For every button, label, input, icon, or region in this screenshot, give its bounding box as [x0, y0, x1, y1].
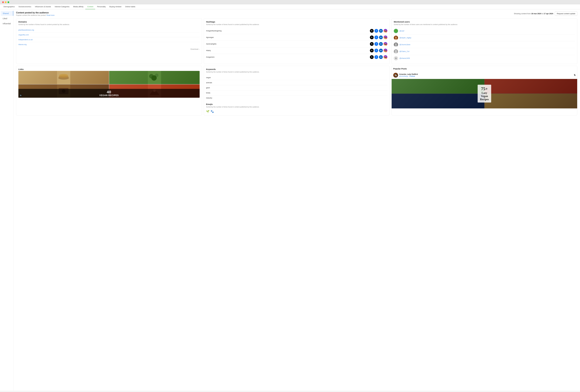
linkedin-icon[interactable]: in: [379, 35, 383, 39]
list-item: #govegan 𝕏 f in 📷: [206, 34, 387, 41]
post-image: 75+ Lazy Vegan Recipes: [392, 79, 577, 108]
linkedin-icon[interactable]: in: [379, 49, 383, 52]
sidebar-item-shared[interactable]: Shared: [1, 11, 13, 16]
x-icon[interactable]: 𝕏: [370, 29, 374, 33]
list-item: animals: [206, 80, 387, 85]
tab-online[interactable]: Online habits: [123, 4, 137, 9]
hashtag-text: #dairy: [206, 49, 211, 51]
tab-interest[interactable]: Interest Categories: [53, 4, 71, 9]
facebook-icon[interactable]: f: [374, 55, 378, 59]
linkedin-icon[interactable]: in: [379, 55, 383, 59]
tab-influencers[interactable]: Influencers & brands: [33, 4, 53, 9]
avatar: [394, 36, 398, 40]
links-card: Links: [16, 66, 202, 115]
x-icon[interactable]: 𝕏: [370, 35, 374, 39]
avatar: [394, 49, 398, 54]
instagram-icon[interactable]: 📷: [384, 55, 387, 59]
svg-point-1: [395, 37, 397, 38]
avatar: 🌿: [394, 29, 398, 33]
list-item: @JournoJane: [394, 41, 575, 48]
post-overlay: 75+ Lazy Vegan Recipes: [392, 79, 577, 108]
links-label: 40 VEGAN RECIPES: [18, 89, 200, 98]
hashtags-list: #veganthanksgiving 𝕏 f in 📷 #govegan 𝕏 f: [206, 28, 387, 60]
x-icon[interactable]: 𝕏: [370, 42, 374, 46]
avatar: S: [394, 56, 398, 60]
tab-buying[interactable]: Buying mindset: [108, 4, 123, 9]
social-icons-group: 𝕏 f in 📷: [370, 55, 387, 59]
emoji-item: 🌱: [206, 110, 209, 113]
x-icon[interactable]: 𝕏: [370, 49, 374, 52]
emojis-title: Emojis: [206, 103, 387, 105]
read-more-link[interactable]: Read more: [47, 14, 54, 16]
social-icons-group: 𝕏 f in 📷: [370, 42, 387, 46]
instagram-icon[interactable]: 📷: [384, 29, 387, 33]
tab-personality[interactable]: Personality: [95, 4, 108, 9]
post-handle-link[interactable]: @cinniharpy: [399, 75, 408, 77]
tab-media[interactable]: Media affinity: [71, 4, 85, 9]
social-icons-group: 𝕏 f in 📷: [370, 29, 387, 33]
follow-button[interactable]: Follow: [410, 75, 415, 77]
date-range: Showing content from 18 mar 2024 to 17 a…: [514, 11, 577, 16]
top-cards-row: Domains Sorted by the number of times fo…: [16, 18, 577, 64]
request-content-update-button[interactable]: Request content update: [555, 11, 577, 16]
hashtags-card: Hashtags Sorted by the number of times f…: [204, 18, 390, 64]
list-item: @skyler_higley: [394, 34, 575, 41]
facebook-icon[interactable]: f: [374, 29, 378, 33]
download-button[interactable]: Download ↓: [18, 48, 200, 50]
facebook-icon[interactable]: f: [374, 49, 378, 52]
user-handle[interactable]: @ciwf: [399, 30, 404, 32]
tab-socioeconomics[interactable]: Socioeconomics: [17, 4, 33, 9]
domains-card: Domains Sorted by the number of times fo…: [16, 18, 202, 64]
facebook-icon[interactable]: f: [374, 42, 378, 46]
minimize-button[interactable]: [5, 1, 6, 3]
camera-icon: 📷: [19, 94, 22, 97]
user-handle[interactable]: @shane1409: [399, 57, 410, 59]
list-item: idausa.org: [18, 42, 200, 47]
tab-demographics[interactable]: Demographics: [1, 4, 17, 9]
mentioned-users-card: Mentioned users Sorted by the number of …: [392, 18, 577, 64]
emojis-subtitle: Sorted by the number of times found in c…: [206, 106, 387, 108]
window-chrome: [0, 0, 580, 4]
keywords-card: Keywords Sorted by the number of times f…: [204, 66, 390, 115]
facebook-icon[interactable]: f: [374, 35, 378, 39]
instagram-icon[interactable]: 📷: [384, 42, 387, 46]
date-to: 17 apr 2024: [544, 13, 553, 15]
emoji-item: 🐾: [210, 110, 214, 113]
user-handle[interactable]: @Claire_Col: [399, 50, 409, 52]
page-title: Content posted by the audience: [16, 11, 54, 14]
linkedin-icon[interactable]: in: [379, 29, 383, 33]
linkedin-icon[interactable]: in: [379, 42, 383, 46]
post-user-text: Amanda, Lady RatBird @cinniharpy · Follo…: [399, 73, 418, 77]
list-item: veganfta.com: [18, 32, 200, 37]
domain-link[interactable]: independent.co.uk: [18, 39, 33, 41]
links-title: Links: [18, 68, 200, 70]
domain-link[interactable]: idausa.org: [18, 43, 26, 45]
list-item: industry: [206, 96, 387, 100]
x-icon[interactable]: 𝕏: [370, 55, 374, 59]
user-handle[interactable]: @JournoJane: [399, 44, 410, 46]
list-item: independent.co.uk: [18, 37, 200, 42]
content-area: Content posted by the audience Popular c…: [13, 9, 580, 391]
fullscreen-button[interactable]: [7, 1, 9, 3]
instagram-icon[interactable]: 📷: [384, 49, 387, 52]
sidebar-item-influential[interactable]: Influential: [1, 21, 12, 26]
links-overlay: 40 VEGAN RECIPES: [18, 71, 200, 98]
domain-link[interactable]: veganfta.com: [18, 34, 29, 36]
svg-point-4: [395, 43, 397, 45]
hashtag-text: #govegan: [206, 36, 214, 38]
domain-link[interactable]: plantbasednews.org: [18, 29, 34, 31]
close-button[interactable]: [2, 1, 4, 3]
keywords-subtitle: Sorted by the number of times found in c…: [206, 71, 387, 73]
post-user-info: 🐀 Amanda, Lady RatBird @cinniharpy · Fol…: [393, 73, 418, 78]
instagram-icon[interactable]: 📷: [384, 35, 387, 39]
user-handle[interactable]: @skyler_higley: [399, 37, 411, 39]
tab-content[interactable]: Content: [85, 4, 95, 9]
post-username: Amanda, Lady RatBird: [399, 73, 418, 75]
hashtags-subtitle: Sorted by the number of times found in c…: [206, 23, 387, 26]
lazy-vegan-box: 75+ Lazy Vegan Recipes: [478, 85, 491, 102]
domains-title: Domains: [18, 21, 200, 23]
sidebar-item-liked[interactable]: Liked: [1, 16, 12, 21]
list-item: #dairy 𝕏 f in 📷: [206, 47, 387, 54]
sidebar: Shared Liked Influential: [0, 9, 13, 391]
list-item: #animalrights 𝕏 f in 📷: [206, 41, 387, 47]
